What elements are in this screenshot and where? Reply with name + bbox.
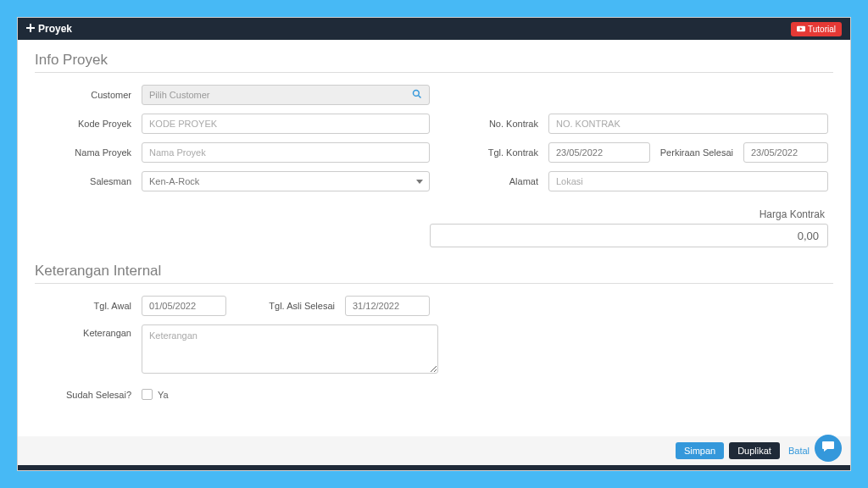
kode-proyek-label: Kode Proyek — [40, 119, 142, 129]
titlebar: Proyek Tutorial — [18, 18, 850, 40]
nama-proyek-label: Nama Proyek — [40, 147, 142, 158]
svg-point-4 — [414, 91, 420, 97]
kode-proyek-input[interactable] — [142, 114, 430, 134]
youtube-icon — [797, 25, 805, 34]
info-proyek-form: Customer Pilih Customer Kode Proyek — [35, 85, 833, 247]
svg-rect-1 — [26, 27, 35, 29]
sudah-selesai-checkbox[interactable] — [142, 389, 153, 400]
harga-kontrak-label: Harga Kontrak — [760, 208, 828, 220]
keterangan-form: Tgl. Awal Tgl. Asli Selesai Keterangan S… — [35, 296, 833, 400]
salesman-label: Salesman — [40, 176, 142, 186]
search-icon — [412, 89, 422, 101]
sudah-selesai-label: Sudah Selesai? — [40, 390, 142, 400]
tgl-kontrak-input[interactable] — [548, 142, 650, 163]
keterangan-textarea[interactable] — [142, 324, 438, 374]
tgl-awal-input[interactable] — [142, 296, 226, 316]
simpan-button[interactable]: Simpan — [676, 442, 724, 459]
footer-accent — [18, 465, 850, 470]
keterangan-internal-title: Keterangan Internal — [35, 263, 833, 284]
harga-kontrak-value: 0,00 — [798, 230, 819, 242]
alamat-input[interactable] — [548, 171, 828, 191]
customer-placeholder: Pilih Customer — [149, 90, 210, 100]
footer-bar: Simpan Duplikat Batal — [18, 436, 850, 465]
tgl-asli-input[interactable] — [345, 296, 430, 316]
keterangan-label: Keterangan — [40, 324, 142, 338]
harga-kontrak-input[interactable]: 0,00 — [430, 224, 828, 247]
perkiraan-label: Perkiraan Selesai — [650, 147, 743, 158]
info-proyek-title: Info Proyek — [35, 52, 833, 73]
tutorial-label: Tutorial — [808, 25, 836, 34]
no-kontrak-label: No. Kontrak — [455, 119, 548, 129]
batal-button[interactable]: Batal — [785, 442, 813, 459]
svg-line-5 — [419, 96, 421, 98]
chat-icon — [821, 441, 835, 456]
tgl-asli-label: Tgl. Asli Selesai — [226, 301, 345, 311]
page-title: Proyek — [38, 23, 72, 35]
plus-icon — [26, 23, 35, 35]
ya-label: Ya — [158, 390, 169, 400]
nama-proyek-input[interactable] — [142, 142, 430, 163]
customer-select[interactable]: Pilih Customer — [142, 85, 430, 105]
app-window: Proyek Tutorial Info Proyek Customer Pil… — [17, 17, 851, 471]
no-kontrak-input[interactable] — [548, 114, 828, 134]
alamat-label: Alamat — [455, 176, 548, 186]
perkiraan-input[interactable] — [743, 142, 828, 163]
tutorial-button[interactable]: Tutorial — [791, 22, 842, 36]
tgl-awal-label: Tgl. Awal — [40, 301, 142, 311]
customer-label: Customer — [40, 90, 142, 100]
content: Info Proyek Customer Pilih Customer — [18, 40, 850, 400]
page-title-wrap: Proyek — [26, 23, 72, 35]
tgl-kontrak-label: Tgl. Kontrak — [455, 147, 548, 158]
salesman-select[interactable] — [142, 171, 430, 191]
duplikat-button[interactable]: Duplikat — [729, 442, 780, 459]
chat-widget[interactable] — [815, 435, 842, 462]
